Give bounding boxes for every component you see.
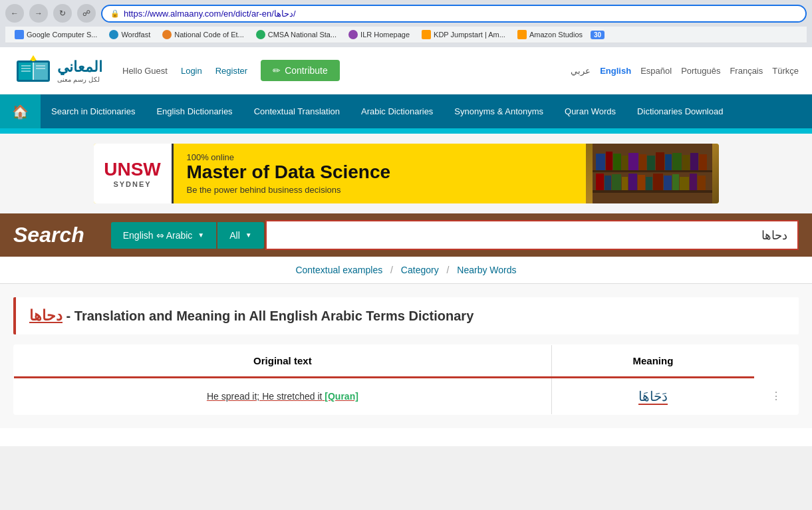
meaning-cell: دَحَاهَا: [551, 378, 754, 415]
filter-btn-label: All: [229, 230, 240, 241]
bookmark-google[interactable]: Google Computer S...: [11, 29, 101, 41]
chevron-down-icon-2: ▼: [245, 231, 252, 239]
svg-rect-32: [639, 154, 646, 170]
logo-arabic-text: المعاني: [57, 59, 102, 76]
nav-home-button[interactable]: 🏠: [0, 94, 41, 128]
contribute-label: Contribute: [285, 65, 328, 76]
svg-rect-20: [646, 177, 652, 190]
svg-rect-16: [612, 174, 621, 190]
cmsa-favicon: [256, 30, 265, 39]
more-options-button[interactable]: ⋮: [767, 387, 785, 405]
ad-image-bg: [586, 144, 719, 203]
notification-badge[interactable]: 30: [591, 31, 605, 39]
url-text: https://www.almaany.com/en/dict/ar-en/دح…: [124, 9, 296, 19]
lang-arabic[interactable]: عربي: [571, 66, 591, 76]
bookmark-ilr[interactable]: ILR Homepage: [344, 29, 414, 41]
lang-french[interactable]: Français: [730, 66, 763, 76]
bookmark-wordfast-label: Wordfast: [121, 31, 150, 39]
national-favicon: [162, 30, 172, 39]
lang-espanol[interactable]: Español: [640, 66, 672, 76]
results-table: Original text Meaning He spread it; He s…: [13, 344, 799, 415]
svg-rect-12: [593, 190, 712, 193]
svg-rect-2: [33, 63, 48, 80]
register-link[interactable]: Register: [215, 66, 247, 76]
nav-dictionaries-download[interactable]: Dictionaries Download: [626, 94, 734, 128]
header-greeting: Hello Guest: [122, 66, 168, 76]
back-button[interactable]: ←: [5, 4, 24, 23]
forward-button[interactable]: →: [29, 4, 48, 23]
svg-rect-14: [596, 174, 604, 190]
refresh-button[interactable]: ↻: [53, 4, 72, 23]
table-row: He spread it; He stretched it [Quran] دَ…: [14, 378, 799, 415]
ad-content: 100% online Master of Data Science Be th…: [174, 146, 586, 201]
lang-portuguese[interactable]: Português: [681, 66, 720, 76]
nav-contextual-translation[interactable]: Contextual Translation: [243, 94, 350, 128]
login-link[interactable]: Login: [181, 66, 202, 76]
bookmark-amazon-label: Amazon Studios: [529, 31, 583, 39]
search-section: Search English ⇔ Arabic ▼ All ▼: [0, 213, 812, 257]
svg-rect-35: [665, 154, 672, 170]
svg-rect-39: [699, 154, 707, 170]
logo-text-area: المعاني لكل رسم معنى: [57, 59, 102, 83]
ad-banner[interactable]: UNSW SYDNEY 100% online Master of Data S…: [94, 144, 719, 203]
ad-container: UNSW SYDNEY 100% online Master of Data S…: [0, 134, 812, 213]
language-selector-button[interactable]: English ⇔ Arabic ▼: [111, 222, 217, 249]
col-meaning: Meaning: [551, 345, 754, 378]
bookmark-amazon[interactable]: Amazon Studios: [513, 29, 587, 41]
svg-rect-23: [672, 174, 679, 190]
svg-rect-30: [622, 156, 628, 170]
svg-rect-18: [628, 174, 637, 190]
page-title-section: دحاها - Translation and Meaning in All E…: [13, 297, 799, 334]
quran-tag[interactable]: [Quran]: [325, 391, 358, 402]
svg-rect-28: [606, 152, 612, 170]
sydney-text: SYDNEY: [113, 180, 151, 188]
nearby-words-link[interactable]: Nearby Words: [457, 265, 516, 275]
nav-quran-words[interactable]: Quran Words: [554, 94, 626, 128]
home-nav-button[interactable]: ☍: [77, 4, 96, 23]
svg-rect-24: [680, 177, 689, 190]
bookmark-cmsa[interactable]: CMSA National Sta...: [252, 29, 340, 41]
nav-english-dictionaries[interactable]: English Dictionaries: [146, 94, 243, 128]
lang-english[interactable]: English: [600, 66, 631, 76]
bookshelf-svg: [593, 144, 712, 203]
lang-turkish[interactable]: Türkçe: [772, 66, 799, 76]
nav-arabic-dictionaries[interactable]: Arabic Dictionaries: [350, 94, 444, 128]
chevron-down-icon: ▼: [198, 231, 204, 239]
bookmark-ilr-label: ILR Homepage: [360, 31, 410, 39]
svg-rect-29: [613, 154, 621, 170]
arabic-word: دحاها: [29, 307, 63, 324]
logo-subtitle: لكل رسم معنى: [57, 76, 102, 83]
category-link[interactable]: Category: [401, 265, 439, 275]
address-bar[interactable]: 🔒 https://www.almaany.com/en/dict/ar-en/…: [101, 5, 807, 23]
unsw-text: UNSW: [104, 159, 161, 180]
nav-synonyms-antonyms[interactable]: Synonyms & Antonyms: [444, 94, 554, 128]
nav-search-dictionaries[interactable]: Search in Dictionaries: [41, 94, 146, 128]
separator-1: /: [390, 265, 393, 275]
main-nav: 🏠 Search in Dictionaries English Diction…: [0, 94, 812, 128]
search-label: Search: [13, 223, 98, 247]
svg-rect-37: [682, 155, 690, 170]
svg-rect-38: [690, 153, 698, 170]
bookmark-national-label: National Code of Et...: [174, 31, 244, 39]
contribute-button[interactable]: ✏ Contribute: [261, 60, 340, 81]
bookmark-wordfast[interactable]: Wordfast: [105, 29, 154, 41]
teal-accent-bar: [0, 128, 812, 134]
bookmark-google-label: Google Computer S...: [27, 31, 97, 39]
site-header: المعاني لكل رسم معنى Hello Guest Login R…: [0, 47, 812, 94]
logo-area[interactable]: المعاني لكل رسم معنى: [13, 54, 102, 87]
browser-chrome: ← → ↻ ☍ 🔒 https://www.almaany.com/en/dic…: [0, 0, 812, 47]
lock-icon: 🔒: [110, 9, 120, 18]
page-title-rest: - Translation and Meaning in All English…: [67, 309, 474, 323]
main-content: دحاها - Translation and Meaning in All E…: [0, 284, 812, 428]
svg-rect-13: [593, 170, 712, 172]
filter-selector-button[interactable]: All ▼: [217, 222, 263, 249]
site-wrapper: المعاني لكل رسم معنى Hello Guest Login R…: [0, 47, 812, 446]
bookmark-kdp[interactable]: KDP Jumpstart | Am...: [418, 29, 509, 41]
kdp-favicon: [422, 30, 431, 39]
bookmark-national[interactable]: National Code of Et...: [158, 29, 248, 41]
svg-rect-10: [32, 58, 35, 61]
bookmark-kdp-label: KDP Jumpstart | Am...: [434, 31, 505, 39]
search-input[interactable]: [265, 220, 799, 250]
contextual-examples-link[interactable]: Contextual examples: [295, 265, 382, 275]
ad-image: [586, 144, 719, 203]
